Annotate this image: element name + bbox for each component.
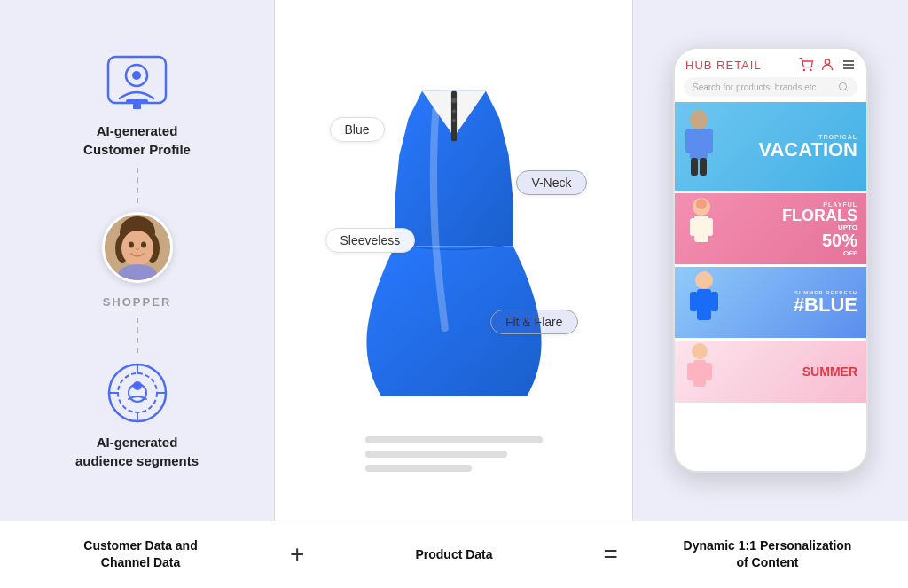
product-line-3: [365, 465, 472, 472]
banner-florals: Playful FLORALS UPTO 50% OFF: [675, 193, 866, 264]
svg-point-16: [133, 381, 142, 390]
phone-mockup: HUB RETAIL: [673, 47, 868, 473]
svg-point-31: [840, 83, 847, 90]
phone-logo: HUB RETAIL: [685, 59, 762, 72]
footer-section-1: Customer Data and Channel Data: [0, 537, 281, 572]
svg-point-2: [132, 71, 141, 80]
svg-rect-47: [710, 292, 718, 311]
connector-line-1: [137, 168, 138, 203]
svg-rect-38: [700, 158, 707, 176]
menu-icon: [841, 58, 856, 72]
footer-title-2: Product Data: [415, 546, 492, 564]
svg-point-44: [695, 271, 713, 289]
footer-plus: +: [281, 540, 313, 568]
audience-label: AI-generated audience segments: [75, 433, 199, 470]
phone-banners: TROPICAL VACATION: [675, 102, 866, 471]
svg-rect-42: [690, 218, 696, 236]
svg-rect-37: [691, 158, 698, 176]
tag-fitflare: Fit & Flare: [490, 310, 578, 334]
tag-sleeveless: Sleeveless: [325, 228, 416, 253]
svg-rect-3: [126, 99, 148, 104]
footer-equals: =: [595, 540, 627, 568]
footer-section-3: Dynamic 1:1 Personalization of Content: [627, 537, 908, 572]
svg-point-22: [450, 98, 456, 103]
banner-tropical: TROPICAL VACATION: [675, 102, 866, 191]
svg-rect-4: [133, 104, 141, 109]
right-panel: HUB RETAIL: [633, 0, 908, 521]
banner-tropical-text: TROPICAL VACATION: [758, 134, 857, 160]
svg-rect-45: [697, 289, 711, 320]
banner-florals-text: Playful FLORALS UPTO 50% OFF: [782, 201, 857, 257]
dress-container: Blue V-Neck Sleeveless Fit & Flare: [312, 42, 596, 423]
svg-point-24: [451, 119, 455, 122]
footer: Customer Data and Channel Data + Product…: [0, 521, 908, 588]
svg-rect-41: [694, 216, 708, 242]
shopper-avatar: [102, 212, 173, 283]
svg-point-40: [696, 199, 707, 209]
audience-icon: [106, 362, 168, 424]
svg-rect-46: [690, 292, 698, 311]
svg-rect-49: [693, 360, 706, 387]
phone-header-icons: [799, 58, 856, 72]
product-line-2: [365, 451, 507, 458]
middle-panel: Blue V-Neck Sleeveless Fit & Flare: [275, 0, 633, 521]
ai-profile-icon: [102, 51, 173, 113]
svg-point-25: [803, 70, 804, 71]
svg-point-48: [692, 343, 708, 359]
banner-summer-text: SUMMER: [802, 365, 857, 378]
svg-rect-51: [705, 363, 712, 380]
svg-line-32: [845, 90, 847, 91]
banner-blue-text: SUMMER REFRESH #BLUE: [794, 290, 857, 315]
footer-section-2: Product Data: [313, 546, 594, 564]
cart-icon: [799, 58, 813, 72]
svg-rect-50: [687, 363, 694, 380]
tag-vneck: V-Neck: [516, 170, 586, 195]
svg-point-23: [451, 109, 455, 113]
footer-title-3: Dynamic 1:1 Personalization of Content: [684, 537, 852, 572]
svg-point-11: [141, 241, 146, 247]
svg-rect-43: [707, 218, 713, 236]
banner-blue: SUMMER REFRESH #BLUE: [675, 267, 866, 338]
svg-point-9: [121, 231, 153, 266]
connector-line-2: [137, 318, 138, 353]
banner-summer: SUMMER: [675, 341, 866, 403]
left-panel: AI-generated Customer Profile: [0, 0, 275, 521]
svg-point-27: [825, 59, 829, 64]
svg-point-33: [690, 110, 708, 129]
footer-title-1: Customer Data and Channel Data: [83, 537, 197, 572]
product-lines: [365, 436, 543, 479]
phone-header: HUB RETAIL: [675, 49, 866, 77]
ai-profile-label: AI-generated Customer Profile: [83, 122, 191, 159]
svg-point-14: [118, 373, 157, 412]
shopper-label: SHOPPER: [103, 295, 172, 309]
svg-point-10: [129, 241, 134, 247]
product-line-1: [365, 436, 543, 443]
phone-search-bar[interactable]: Search for products, brands etc: [684, 77, 857, 97]
tag-blue: Blue: [330, 117, 385, 142]
user-icon: [820, 58, 834, 72]
search-icon: [838, 82, 849, 92]
svg-rect-36: [706, 129, 713, 153]
svg-rect-35: [685, 129, 693, 153]
phone-search-placeholder: Search for products, brands etc: [693, 82, 817, 92]
svg-point-26: [810, 70, 811, 71]
